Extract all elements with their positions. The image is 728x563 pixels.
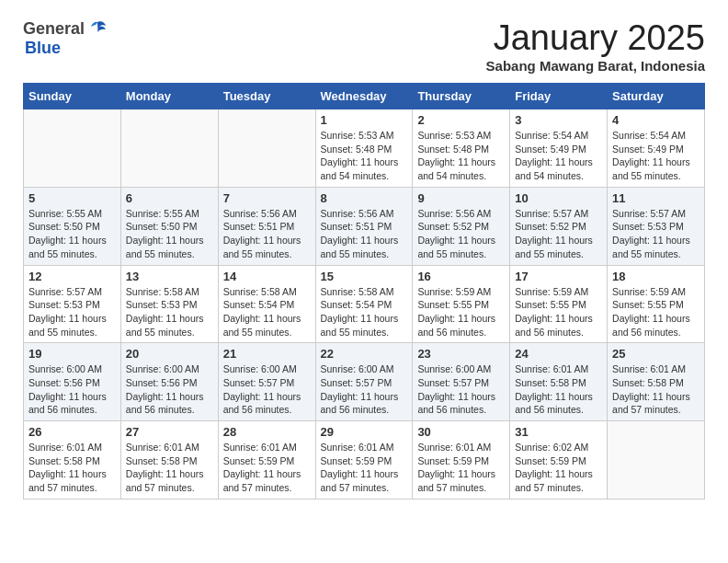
day-number: 6: [126, 191, 213, 205]
weekday-header-wednesday: Wednesday: [315, 84, 413, 109]
calendar-cell: 23Sunrise: 6:00 AM Sunset: 5:57 PM Dayli…: [413, 343, 510, 421]
day-number: 15: [321, 270, 408, 283]
day-number: 28: [223, 425, 311, 439]
day-number: 4: [612, 113, 700, 127]
calendar-cell: 6Sunrise: 5:55 AM Sunset: 5:50 PM Daylig…: [120, 187, 218, 265]
day-number: 17: [515, 270, 602, 283]
weekday-header-sunday: Sunday: [24, 84, 121, 109]
calendar-cell: 24Sunrise: 6:01 AM Sunset: 5:58 PM Dayli…: [510, 343, 608, 421]
calendar-cell: [218, 109, 315, 188]
day-info: Sunrise: 5:53 AM Sunset: 5:48 PM Dayligh…: [417, 129, 505, 183]
day-number: 12: [28, 270, 116, 283]
day-number: 5: [28, 191, 116, 205]
day-info: Sunrise: 5:58 AM Sunset: 5:54 PM Dayligh…: [321, 285, 408, 339]
calendar-week-5: 26Sunrise: 6:01 AM Sunset: 5:58 PM Dayli…: [24, 421, 705, 500]
day-number: 29: [321, 425, 408, 439]
calendar-cell: 26Sunrise: 6:01 AM Sunset: 5:58 PM Dayli…: [24, 421, 121, 500]
day-info: Sunrise: 5:57 AM Sunset: 5:53 PM Dayligh…: [28, 285, 116, 339]
logo: General Blue: [23, 18, 108, 58]
day-number: 13: [126, 270, 213, 283]
day-number: 18: [612, 270, 700, 283]
day-info: Sunrise: 5:55 AM Sunset: 5:50 PM Dayligh…: [126, 207, 213, 261]
title-section: January 2025 Sabang Mawang Barat, Indone…: [486, 18, 705, 74]
day-info: Sunrise: 5:53 AM Sunset: 5:48 PM Dayligh…: [321, 129, 408, 183]
calendar-cell: 7Sunrise: 5:56 AM Sunset: 5:51 PM Daylig…: [218, 187, 315, 265]
day-info: Sunrise: 6:01 AM Sunset: 5:58 PM Dayligh…: [126, 441, 213, 495]
day-info: Sunrise: 5:56 AM Sunset: 5:52 PM Dayligh…: [417, 207, 505, 261]
day-info: Sunrise: 5:59 AM Sunset: 5:55 PM Dayligh…: [612, 285, 700, 339]
calendar-cell: 27Sunrise: 6:01 AM Sunset: 5:58 PM Dayli…: [120, 421, 218, 500]
day-info: Sunrise: 6:01 AM Sunset: 5:59 PM Dayligh…: [223, 441, 311, 495]
day-number: 27: [126, 425, 213, 439]
calendar-cell: 14Sunrise: 5:58 AM Sunset: 5:54 PM Dayli…: [218, 265, 315, 343]
calendar-cell: 12Sunrise: 5:57 AM Sunset: 5:53 PM Dayli…: [24, 265, 121, 343]
day-info: Sunrise: 6:01 AM Sunset: 5:58 PM Dayligh…: [612, 362, 700, 417]
weekday-header-saturday: Saturday: [608, 84, 705, 109]
day-number: 1: [321, 113, 408, 127]
day-info: Sunrise: 6:01 AM Sunset: 5:58 PM Dayligh…: [515, 362, 602, 417]
day-info: Sunrise: 6:02 AM Sunset: 5:59 PM Dayligh…: [515, 441, 602, 495]
page-header: General Blue January 2025 Sabang Mawang …: [23, 18, 705, 74]
calendar-cell: 8Sunrise: 5:56 AM Sunset: 5:51 PM Daylig…: [315, 187, 413, 265]
day-number: 31: [515, 425, 602, 439]
calendar-cell: [608, 421, 705, 500]
calendar-cell: 31Sunrise: 6:02 AM Sunset: 5:59 PM Dayli…: [510, 421, 608, 500]
day-info: Sunrise: 6:00 AM Sunset: 5:57 PM Dayligh…: [223, 362, 311, 417]
calendar-week-3: 12Sunrise: 5:57 AM Sunset: 5:53 PM Dayli…: [24, 265, 705, 343]
calendar-cell: 30Sunrise: 6:01 AM Sunset: 5:59 PM Dayli…: [413, 421, 510, 500]
weekday-header-row: SundayMondayTuesdayWednesdayThursdayFrid…: [24, 84, 705, 109]
calendar-cell: 2Sunrise: 5:53 AM Sunset: 5:48 PM Daylig…: [413, 109, 510, 188]
day-info: Sunrise: 5:59 AM Sunset: 5:55 PM Dayligh…: [417, 285, 505, 339]
calendar-cell: 25Sunrise: 6:01 AM Sunset: 5:58 PM Dayli…: [608, 343, 705, 421]
calendar-cell: 1Sunrise: 5:53 AM Sunset: 5:48 PM Daylig…: [315, 109, 413, 188]
day-number: 8: [321, 191, 408, 205]
calendar-cell: 15Sunrise: 5:58 AM Sunset: 5:54 PM Dayli…: [315, 265, 413, 343]
calendar-cell: 19Sunrise: 6:00 AM Sunset: 5:56 PM Dayli…: [24, 343, 121, 421]
day-number: 24: [515, 347, 602, 361]
weekday-header-tuesday: Tuesday: [218, 84, 315, 109]
day-number: 2: [417, 113, 505, 127]
location-subtitle: Sabang Mawang Barat, Indonesia: [486, 58, 705, 74]
calendar-cell: 17Sunrise: 5:59 AM Sunset: 5:55 PM Dayli…: [510, 265, 608, 343]
day-info: Sunrise: 5:56 AM Sunset: 5:51 PM Dayligh…: [223, 207, 311, 261]
day-number: 25: [612, 347, 700, 361]
logo-blue-text: Blue: [25, 39, 61, 57]
day-info: Sunrise: 6:00 AM Sunset: 5:56 PM Dayligh…: [126, 362, 213, 417]
day-number: 10: [515, 191, 602, 205]
calendar-cell: [120, 109, 218, 188]
calendar-cell: 11Sunrise: 5:57 AM Sunset: 5:53 PM Dayli…: [608, 187, 705, 265]
calendar-cell: 16Sunrise: 5:59 AM Sunset: 5:55 PM Dayli…: [413, 265, 510, 343]
day-info: Sunrise: 5:57 AM Sunset: 5:52 PM Dayligh…: [515, 207, 602, 261]
day-info: Sunrise: 6:01 AM Sunset: 5:59 PM Dayligh…: [321, 441, 408, 495]
day-info: Sunrise: 6:00 AM Sunset: 5:57 PM Dayligh…: [417, 362, 505, 417]
calendar-cell: 3Sunrise: 5:54 AM Sunset: 5:49 PM Daylig…: [510, 109, 608, 188]
calendar-cell: 4Sunrise: 5:54 AM Sunset: 5:49 PM Daylig…: [608, 109, 705, 188]
day-info: Sunrise: 6:01 AM Sunset: 5:58 PM Dayligh…: [28, 441, 116, 495]
day-info: Sunrise: 5:58 AM Sunset: 5:54 PM Dayligh…: [223, 285, 311, 339]
day-info: Sunrise: 6:01 AM Sunset: 5:59 PM Dayligh…: [417, 441, 505, 495]
calendar-cell: 5Sunrise: 5:55 AM Sunset: 5:50 PM Daylig…: [24, 187, 121, 265]
calendar-cell: 29Sunrise: 6:01 AM Sunset: 5:59 PM Dayli…: [315, 421, 413, 500]
month-title: January 2025: [486, 18, 705, 58]
logo-bird-icon: [87, 18, 108, 39]
calendar-week-2: 5Sunrise: 5:55 AM Sunset: 5:50 PM Daylig…: [24, 187, 705, 265]
day-number: 21: [223, 347, 311, 361]
calendar-cell: [24, 109, 121, 188]
day-number: 30: [417, 425, 505, 439]
day-number: 26: [28, 425, 116, 439]
day-info: Sunrise: 5:54 AM Sunset: 5:49 PM Dayligh…: [612, 129, 700, 183]
calendar-cell: 28Sunrise: 6:01 AM Sunset: 5:59 PM Dayli…: [218, 421, 315, 500]
logo-general-text: General: [23, 19, 85, 39]
weekday-header-friday: Friday: [510, 84, 608, 109]
calendar-week-1: 1Sunrise: 5:53 AM Sunset: 5:48 PM Daylig…: [24, 109, 705, 188]
calendar-cell: 10Sunrise: 5:57 AM Sunset: 5:52 PM Dayli…: [510, 187, 608, 265]
day-info: Sunrise: 5:56 AM Sunset: 5:51 PM Dayligh…: [321, 207, 408, 261]
day-info: Sunrise: 5:54 AM Sunset: 5:49 PM Dayligh…: [515, 129, 602, 183]
weekday-header-thursday: Thursday: [413, 84, 510, 109]
calendar-week-4: 19Sunrise: 6:00 AM Sunset: 5:56 PM Dayli…: [24, 343, 705, 421]
day-info: Sunrise: 5:55 AM Sunset: 5:50 PM Dayligh…: [28, 207, 116, 261]
day-number: 3: [515, 113, 602, 127]
day-info: Sunrise: 5:59 AM Sunset: 5:55 PM Dayligh…: [515, 285, 602, 339]
calendar-cell: 9Sunrise: 5:56 AM Sunset: 5:52 PM Daylig…: [413, 187, 510, 265]
calendar-cell: 21Sunrise: 6:00 AM Sunset: 5:57 PM Dayli…: [218, 343, 315, 421]
